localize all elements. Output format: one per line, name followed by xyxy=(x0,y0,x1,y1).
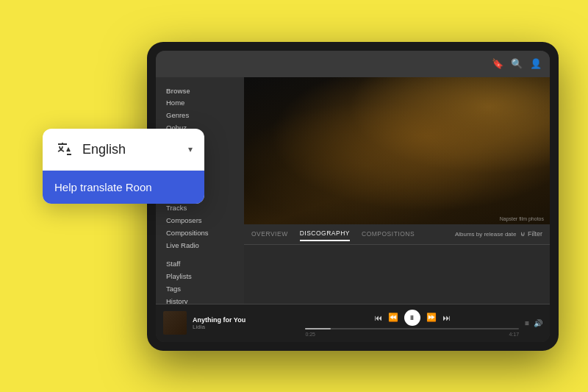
sidebar-item-library-radio[interactable]: Live Radio xyxy=(156,239,244,252)
sidebar-item-tags[interactable]: Tags xyxy=(156,282,244,295)
tab-overview[interactable]: OVERVIEW xyxy=(251,227,288,240)
top-bar: 🔖 🔍 👤 xyxy=(156,51,550,77)
hero-image: Napster film photos xyxy=(244,77,550,224)
photo-credit: Napster film photos xyxy=(500,216,544,221)
right-controls: ≡ 🔊 xyxy=(525,319,542,327)
sidebar-item-playlists[interactable]: Playlists xyxy=(156,270,244,282)
tab-actions: Albums by release date ⊌ Filter xyxy=(455,230,542,238)
main-area: Browse Home Genres Qobuz TIDAL Live Radi… xyxy=(156,77,550,304)
language-row[interactable]: English ▾ xyxy=(43,129,204,171)
help-translate-button[interactable]: Help translate Roon xyxy=(43,171,204,204)
search-icon[interactable]: 🔍 xyxy=(510,57,523,71)
progress-fill xyxy=(305,328,331,329)
sidebar-item-history[interactable]: History xyxy=(156,295,244,304)
album-thumbnail xyxy=(163,311,187,335)
browse-section-title: Browse xyxy=(156,85,244,96)
volume-icon[interactable]: 🔊 xyxy=(534,319,542,327)
progress-area: ⏮ ⏪ ⏸ ⏩ ⏭ 0:25 4:17 xyxy=(305,310,519,337)
now-playing-bar: Anything for You Lidia ⏮ ⏪ ⏸ ⏩ ⏭ 0:25 4:… xyxy=(156,304,550,342)
progress-bar[interactable] xyxy=(305,328,519,329)
content-body xyxy=(244,245,550,304)
tab-discography[interactable]: DISCOGRAPHY xyxy=(300,227,350,241)
sidebar-item-compositions[interactable]: Compositions xyxy=(156,227,244,239)
tablet-device: 🔖 🔍 👤 Browse Home Genres Qobuz TIDAL Liv… xyxy=(147,42,559,351)
sidebar-item-home[interactable]: Home xyxy=(156,96,244,109)
track-artist: Lidia xyxy=(193,324,299,330)
playback-controls: ⏮ ⏪ ⏸ ⏩ ⏭ xyxy=(374,310,451,326)
sidebar-item-genres[interactable]: Genres xyxy=(156,109,244,121)
chevron-down-icon: ▾ xyxy=(188,144,193,154)
play-pause-button[interactable]: ⏸ xyxy=(404,310,420,326)
track-info: Anything for You Lidia xyxy=(193,316,299,330)
total-time: 4:17 xyxy=(509,332,520,337)
next-icon[interactable]: ⏩ xyxy=(426,313,437,322)
sidebar-item-staff[interactable]: Staff xyxy=(156,257,244,270)
content-area: Napster film photos OVERVIEW DISCOGRAPHY… xyxy=(244,77,550,304)
sidebar-item-composers[interactable]: Composers xyxy=(156,214,244,227)
tab-bar: OVERVIEW DISCOGRAPHY COMPOSITIONS Albums… xyxy=(244,224,550,245)
filter-icon[interactable]: ⊌ Filter xyxy=(520,230,542,238)
tab-compositions[interactable]: COMPOSITIONS xyxy=(362,227,415,240)
translate-icon xyxy=(54,139,75,160)
language-label: English xyxy=(82,142,181,157)
time-labels: 0:25 4:17 xyxy=(305,332,519,337)
skip-forward-icon[interactable]: ⏭ xyxy=(442,313,451,322)
prev-icon[interactable]: ⏪ xyxy=(388,313,398,322)
user-icon[interactable]: 👤 xyxy=(529,57,542,71)
track-title: Anything for You xyxy=(193,316,299,324)
tablet-screen: 🔖 🔍 👤 Browse Home Genres Qobuz TIDAL Liv… xyxy=(156,51,550,342)
artist-image xyxy=(244,77,550,224)
queue-icon[interactable]: ≡ xyxy=(525,319,529,327)
skip-back-icon[interactable]: ⏮ xyxy=(374,313,382,322)
filter-label: Albums by release date xyxy=(455,231,517,238)
bookmark-icon[interactable]: 🔖 xyxy=(491,57,504,71)
current-time: 0:25 xyxy=(305,332,315,337)
floating-language-card: English ▾ Help translate Roon xyxy=(43,129,204,204)
